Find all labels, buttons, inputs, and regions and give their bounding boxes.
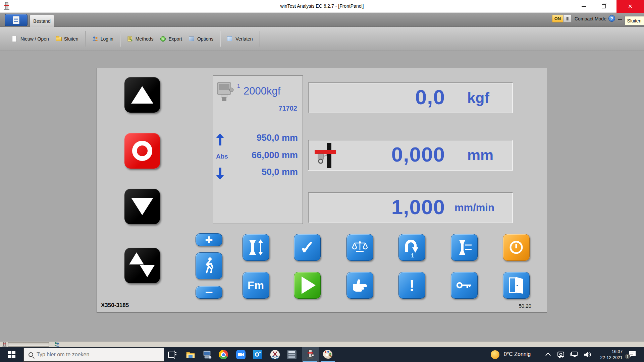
minimize-button[interactable] (574, 0, 593, 13)
load-cell-icon (216, 82, 234, 102)
abs-position-row: Abs 66,000 mm (213, 150, 303, 164)
minimize-icon (582, 6, 586, 7)
jog-down-button[interactable] (124, 189, 160, 224)
window-title: winTest Analysis EC 6.2.7 - [FrontPanel] (0, 3, 644, 9)
restore-button[interactable] (594, 0, 613, 13)
manual-move-button[interactable] (196, 252, 222, 279)
up-arrow-icon (216, 133, 224, 145)
paint-taskbar-button[interactable] (319, 347, 336, 362)
walk-icon (202, 257, 216, 275)
search-icon (29, 352, 33, 357)
desktop: winTest Analysis EC 6.2.7 - [FrontPanel]… (0, 0, 644, 362)
close-button[interactable]: × (616, 0, 644, 13)
layout-toggle-button[interactable] (563, 15, 572, 22)
start-test-button[interactable] (294, 272, 321, 299)
exit-button[interactable] (503, 272, 530, 299)
upper-limit-value: 950,0 mm (257, 133, 298, 143)
search-input[interactable] (37, 352, 147, 358)
options-button[interactable]: Options (185, 34, 217, 44)
snipping-tool-icon[interactable] (270, 350, 280, 359)
jog-updown-button[interactable] (124, 248, 160, 283)
taskbar-search[interactable] (23, 348, 164, 362)
upper-limit-row: 950,0 mm (213, 133, 303, 146)
jog-up-button[interactable] (124, 77, 160, 113)
calculator-icon[interactable] (287, 350, 297, 359)
wintest-taskbar-button[interactable] (302, 347, 319, 362)
stop-icon (132, 141, 152, 161)
minus-icon: − (205, 286, 213, 299)
specimen-stroke-icon (247, 239, 265, 256)
minimize-ribbon-icon (618, 19, 622, 20)
outlook-icon[interactable] (253, 350, 262, 359)
export-button[interactable]: Export (157, 34, 185, 44)
close-file-icon (56, 37, 62, 41)
tray-clock[interactable]: 16:07 22-12-2021 (594, 349, 623, 361)
return-button[interactable]: 1 (398, 234, 425, 261)
fm-button[interactable]: Fm (243, 272, 269, 299)
sensor-serial: 71702 (278, 105, 297, 112)
alarm-button[interactable]: ! (398, 272, 425, 299)
zoom-icon[interactable] (236, 350, 246, 359)
minimize-ribbon-button[interactable] (618, 18, 623, 21)
file-menu-button[interactable] (5, 14, 28, 26)
specimen-setup-button[interactable] (243, 234, 269, 261)
force-value: 0,0 (415, 85, 445, 109)
sluiten-button[interactable]: Sluiten (52, 34, 82, 44)
speed-value: 1,000 (391, 195, 445, 219)
verlaten-button[interactable]: Verlaten (224, 34, 256, 44)
tab-bestand[interactable]: Bestand (30, 15, 54, 27)
tare-button[interactable] (346, 234, 373, 261)
extensometer-button[interactable] (451, 234, 478, 261)
sluiten-tooltip: Sluiten (625, 16, 644, 25)
confirm-button[interactable]: ✓ (294, 234, 321, 261)
nieuw-open-label: Nieuw / Open (20, 36, 49, 42)
crosshead-icon (315, 143, 336, 168)
titlebar: winTest Analysis EC 6.2.7 - [FrontPanel]… (0, 0, 644, 13)
start-button[interactable] (0, 347, 23, 362)
network-icon[interactable] (570, 351, 578, 358)
restore-icon (602, 4, 606, 8)
tray-camera-icon[interactable] (557, 351, 565, 358)
manual-control-button[interactable] (346, 272, 373, 299)
position-display: 0,000 mm (308, 140, 513, 171)
weather-label[interactable]: 0°C Zonnig (504, 351, 531, 357)
tray-date: 22-12-2021 (594, 355, 623, 361)
force-unit: kgf (467, 89, 489, 106)
action-center-button[interactable]: 1 (628, 351, 637, 358)
weather-sun-icon[interactable] (491, 350, 499, 359)
play-icon (302, 277, 316, 294)
statusbar-slot (8, 342, 49, 347)
power-icon (508, 239, 525, 256)
plus-icon: + (205, 233, 213, 246)
sluiten-label: Sluiten (64, 36, 78, 42)
unlock-button[interactable] (451, 272, 478, 299)
login-icon (92, 36, 98, 42)
check-icon: ✓ (300, 237, 315, 258)
ribbon-tab-row: Bestand ON Compact Mode ? Sluiten (0, 13, 644, 27)
nieuw-open-button[interactable]: Nieuw / Open (9, 34, 52, 44)
speed-plus-button[interactable]: + (196, 233, 222, 246)
file-explorer-icon[interactable] (186, 350, 195, 359)
panel-footer-value: 50,20 (519, 303, 531, 309)
exclamation-icon: ! (409, 276, 415, 295)
new-open-icon (12, 36, 17, 42)
statusbar-users-icon (54, 342, 60, 347)
stop-button[interactable] (124, 133, 160, 169)
lower-limit-value: 50,0 mm (262, 167, 298, 177)
notification-badge: 1 (625, 354, 630, 359)
layout-toggle-icon (566, 17, 567, 20)
ribbon-toolbar: Nieuw / Open Sluiten Log in Methods Exp (0, 27, 644, 51)
standby-button[interactable] (503, 234, 530, 261)
toolbar-separator (220, 31, 220, 47)
login-button[interactable]: Log in (89, 34, 117, 44)
speed-minus-button[interactable]: − (196, 286, 222, 299)
tray-chevron-icon[interactable] (545, 352, 551, 356)
chrome-icon[interactable] (219, 350, 228, 359)
machine-id-label: X350-3185 (101, 302, 129, 309)
methods-button[interactable]: Methods (124, 34, 157, 44)
help-icon[interactable]: ? (608, 15, 615, 22)
volume-icon[interactable] (583, 351, 592, 359)
on-toggle-button[interactable]: ON (552, 15, 563, 22)
remote-desktop-icon[interactable] (203, 350, 212, 359)
task-view-icon[interactable] (168, 350, 177, 359)
